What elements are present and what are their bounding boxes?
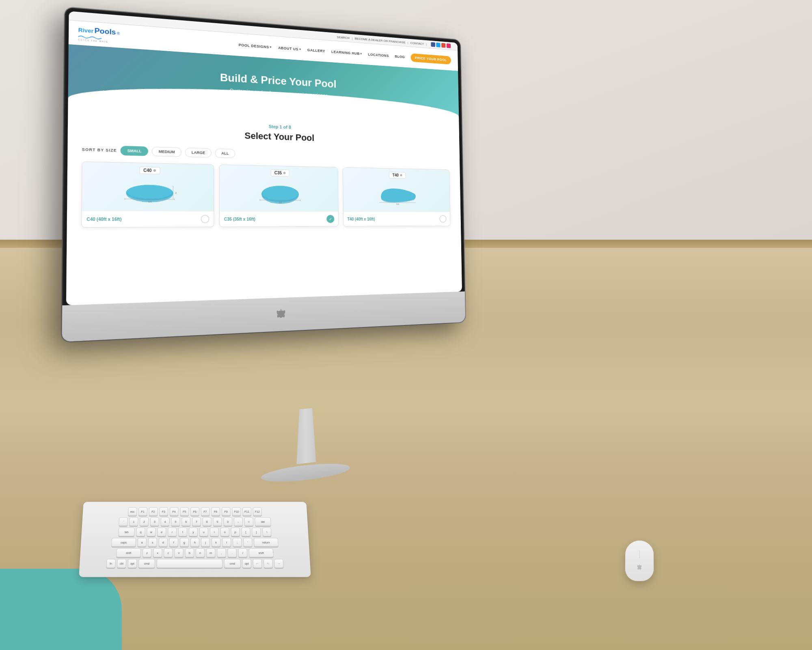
key-ctrl[interactable]: ctrl xyxy=(117,559,126,568)
key-period[interactable]: . xyxy=(227,548,237,557)
key-f5[interactable]: F5 xyxy=(180,507,189,516)
contact-link[interactable]: CONTACT xyxy=(410,41,424,46)
key-f2[interactable]: F2 xyxy=(149,507,158,516)
sort-large-button[interactable]: LARGE xyxy=(185,147,212,158)
pool-card-c40[interactable]: C40 ⊕ xyxy=(81,161,214,228)
facebook-icon[interactable] xyxy=(431,42,435,47)
key-a[interactable]: a xyxy=(137,538,147,547)
key-s[interactable]: s xyxy=(148,538,157,547)
key-cmd-right[interactable]: cmd xyxy=(224,559,241,568)
key-arrow-left[interactable]: ← xyxy=(253,559,262,568)
key-opt-left[interactable]: opt xyxy=(127,559,137,568)
pool-select-t40[interactable] xyxy=(439,215,447,223)
key-f3[interactable]: F3 xyxy=(159,507,168,516)
pool-select-c40[interactable] xyxy=(201,215,209,223)
key-o[interactable]: o xyxy=(220,528,229,537)
google-icon[interactable] xyxy=(441,43,445,48)
key-caps[interactable]: caps xyxy=(111,538,136,547)
key-r[interactable]: r xyxy=(168,528,177,537)
key-arrow-updown[interactable]: ↑↓ xyxy=(263,559,273,568)
key-n[interactable]: n xyxy=(196,548,205,557)
key-shift-left[interactable]: shift xyxy=(116,548,141,557)
keyboard[interactable]: esc F1 F2 F3 F4 F5 F6 F7 F8 F9 F10 F11 F… xyxy=(79,502,311,577)
key-semicolon[interactable]: ; xyxy=(233,538,242,547)
key-f12[interactable]: F12 xyxy=(253,507,262,516)
key-y[interactable]: y xyxy=(189,528,198,537)
key-esc[interactable]: esc xyxy=(128,507,137,516)
key-return[interactable]: return xyxy=(254,538,279,547)
key-x[interactable]: x xyxy=(153,548,162,557)
key-f11[interactable]: F11 xyxy=(242,507,251,516)
key-k[interactable]: k xyxy=(212,538,220,547)
key-0[interactable]: 0 xyxy=(223,517,232,526)
pool-card-c35[interactable]: C35 ⊕ xyxy=(219,165,339,227)
key-backtick[interactable]: ` xyxy=(119,517,128,526)
key-6[interactable]: 6 xyxy=(181,517,190,526)
key-f4[interactable]: F4 xyxy=(170,507,179,516)
key-d[interactable]: d xyxy=(159,538,168,547)
key-e[interactable]: e xyxy=(157,528,166,537)
key-7[interactable]: 7 xyxy=(192,517,201,526)
key-space[interactable] xyxy=(157,559,223,568)
key-p[interactable]: p xyxy=(231,528,240,537)
key-fn[interactable]: fn xyxy=(106,559,116,568)
key-slash[interactable]: / xyxy=(238,548,248,557)
key-c[interactable]: c xyxy=(164,548,173,557)
key-z[interactable]: z xyxy=(143,548,152,557)
key-tab[interactable]: tab xyxy=(118,528,135,537)
sort-all-button[interactable]: ALL xyxy=(215,149,235,158)
key-equals[interactable]: = xyxy=(244,517,253,526)
nav-about-us[interactable]: ABOUT US ▾ xyxy=(278,46,301,51)
pool-select-c35[interactable] xyxy=(326,215,334,223)
key-g[interactable]: g xyxy=(180,538,189,547)
key-2[interactable]: 2 xyxy=(140,517,149,526)
nav-gallery[interactable]: GALLERY xyxy=(307,48,325,53)
key-rbracket[interactable]: ] xyxy=(252,528,261,537)
key-cmd-left[interactable]: cmd xyxy=(138,559,155,568)
key-w[interactable]: w xyxy=(147,528,155,537)
key-t[interactable]: t xyxy=(178,528,187,537)
sort-medium-button[interactable]: MEDIUM xyxy=(152,147,181,157)
key-f6[interactable]: F6 xyxy=(190,507,199,516)
key-f7[interactable]: F7 xyxy=(201,507,210,516)
key-5[interactable]: 5 xyxy=(171,517,180,526)
key-minus[interactable]: - xyxy=(234,517,243,526)
key-j[interactable]: j xyxy=(201,538,210,547)
price-your-pool-button[interactable]: PRICE YOUR POOL xyxy=(410,53,451,65)
nav-blog[interactable]: BLOG xyxy=(395,54,405,58)
key-q[interactable]: q xyxy=(136,528,145,537)
key-u[interactable]: u xyxy=(199,528,208,537)
key-quote[interactable]: ' xyxy=(243,538,253,547)
key-9[interactable]: 9 xyxy=(213,517,222,526)
instagram-icon[interactable] xyxy=(447,43,451,48)
key-1[interactable]: 1 xyxy=(129,517,138,526)
key-f8[interactable]: F8 xyxy=(211,507,220,516)
key-b[interactable]: b xyxy=(185,548,194,557)
search-link[interactable]: SEARCH xyxy=(337,35,350,39)
key-f9[interactable]: F9 xyxy=(222,507,231,516)
twitter-icon[interactable] xyxy=(436,43,440,48)
key-arrow-right[interactable]: → xyxy=(274,559,283,568)
key-l[interactable]: l xyxy=(222,538,231,547)
key-f1[interactable]: F1 xyxy=(138,507,147,516)
key-4[interactable]: 4 xyxy=(161,517,170,526)
key-delete[interactable]: del xyxy=(255,517,271,526)
pool-card-t40[interactable]: T40 ⊕ xyxy=(343,167,451,227)
key-shift-right[interactable]: shift xyxy=(249,548,274,557)
key-m[interactable]: m xyxy=(206,548,215,557)
key-opt-right[interactable]: opt xyxy=(242,559,251,568)
key-8[interactable]: 8 xyxy=(203,517,212,526)
key-3[interactable]: 3 xyxy=(150,517,159,526)
apple-mouse[interactable] xyxy=(625,541,654,581)
sort-small-button[interactable]: SMALL xyxy=(121,146,149,156)
nav-pool-designs[interactable]: POOL DESIGNS ▾ xyxy=(239,43,272,49)
key-v[interactable]: v xyxy=(174,548,183,557)
key-i[interactable]: i xyxy=(210,528,219,537)
key-h[interactable]: h xyxy=(190,538,199,547)
key-comma[interactable]: , xyxy=(217,548,226,557)
key-f[interactable]: f xyxy=(169,538,178,547)
nav-locations[interactable]: LOCATIONS xyxy=(368,52,389,58)
key-f10[interactable]: F10 xyxy=(232,507,241,516)
nav-learning-hub[interactable]: LEARNING HUB ▾ xyxy=(331,50,362,56)
key-lbracket[interactable]: [ xyxy=(241,528,251,537)
